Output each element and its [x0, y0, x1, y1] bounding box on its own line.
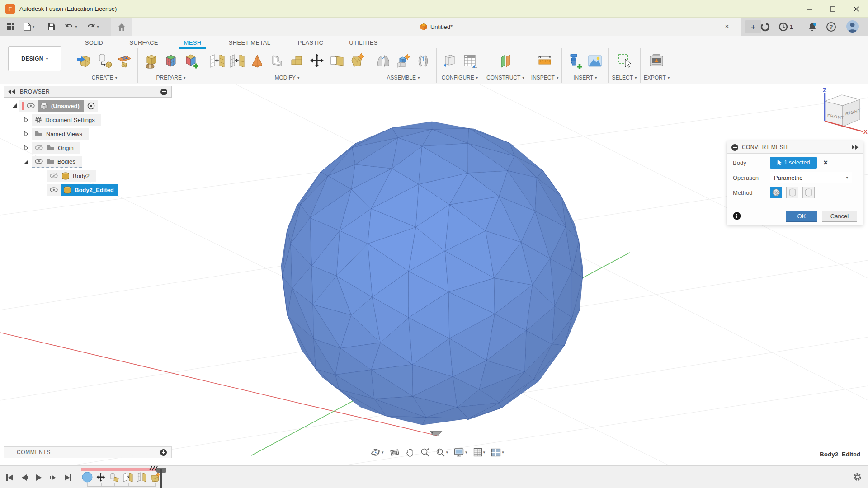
ribbon-group-label-export[interactable]: EXPORT▾ — [644, 75, 670, 81]
configure-button[interactable] — [440, 49, 460, 73]
zoom-window-button[interactable]: ▾ — [435, 447, 449, 458]
collapsed-arrow-icon[interactable] — [24, 117, 28, 122]
look-at-button[interactable] — [389, 447, 401, 457]
paint-mesh-faces-button[interactable] — [161, 49, 181, 73]
tree-row-bodies[interactable]: Bodies — [24, 156, 172, 168]
display-settings-button[interactable]: ▾ — [453, 447, 468, 458]
collapse-panel-icon[interactable] — [8, 89, 15, 94]
selected-body-row[interactable]: Body2_Edited — [61, 184, 118, 196]
smooth-button[interactable] — [267, 49, 287, 73]
tree-row-named-views[interactable]: Named Views — [24, 128, 172, 140]
body-selection-chip[interactable]: 1 selected — [770, 157, 817, 169]
replace-with-primitives-button[interactable] — [327, 49, 347, 73]
move-button[interactable] — [307, 49, 327, 73]
undo-button[interactable]: ▾ — [62, 20, 80, 33]
help-button[interactable]: ? — [826, 21, 836, 33]
visibility-eye-icon[interactable] — [27, 103, 35, 108]
preferences-gear-button[interactable] — [853, 473, 862, 483]
account-avatar[interactable] — [846, 20, 859, 33]
operation-dropdown[interactable]: Parametric ▾ — [770, 172, 852, 183]
insert-fastener-button[interactable] — [565, 49, 585, 73]
joint-button[interactable] — [373, 49, 393, 73]
dialog-collapse-button[interactable] — [731, 144, 738, 151]
mesh-section-sketch-button[interactable] — [114, 49, 134, 73]
viewports-button[interactable]: ▾ — [490, 447, 505, 458]
insert-mesh-button[interactable] — [75, 49, 94, 73]
method-prismatic-button[interactable] — [786, 187, 798, 198]
ok-button[interactable]: OK — [786, 211, 817, 222]
timeline-go-end-button[interactable] — [62, 472, 73, 483]
construct-plane-button[interactable] — [495, 49, 515, 73]
configuration-table-button[interactable] — [460, 49, 480, 73]
timeline-feature-remesh[interactable] — [123, 472, 133, 483]
root-document-selected[interactable]: (Unsaved) — [38, 100, 84, 112]
tree-row-body2[interactable]: Body2 — [47, 170, 172, 182]
visibility-off-eye-icon[interactable] — [50, 173, 58, 179]
cancel-button[interactable]: Cancel — [822, 211, 857, 222]
joint-origin-button[interactable] — [413, 49, 433, 73]
notifications-button[interactable] — [807, 21, 818, 33]
new-component-button[interactable] — [393, 49, 413, 73]
grid-settings-button[interactable]: ▾ — [472, 447, 486, 458]
add-comment-button[interactable] — [160, 449, 167, 456]
export-3d-print-button[interactable] — [646, 49, 666, 73]
tab-surface[interactable]: SURFACE — [127, 38, 161, 48]
tab-solid[interactable]: SOLID — [80, 38, 108, 48]
erase-and-fill-button[interactable] — [247, 49, 267, 73]
remesh-button[interactable] — [208, 49, 227, 73]
home-view-button[interactable] — [111, 18, 132, 36]
ribbon-group-label-prepare[interactable]: PREPARE▾ — [156, 75, 186, 81]
visibility-eye-icon[interactable] — [50, 187, 58, 192]
save-button[interactable] — [45, 20, 57, 33]
tree-row-origin[interactable]: Origin — [24, 142, 172, 154]
timeline-play-button[interactable] — [33, 472, 44, 483]
timeline-step-forward-button[interactable] — [48, 472, 59, 483]
file-menu-button[interactable]: ▾ — [21, 20, 37, 33]
design-workspace-selector[interactable]: DESIGN▾ — [8, 46, 61, 71]
separate-mesh-button[interactable] — [181, 49, 201, 73]
new-tab-button[interactable]: + — [745, 20, 761, 33]
browser-collapse-all-button[interactable] — [160, 89, 167, 95]
timeline-feature-convert-mesh[interactable] — [150, 472, 160, 483]
tree-row-document-settings[interactable]: Document Settings — [24, 114, 172, 126]
document-tab-close-button[interactable]: × — [722, 21, 732, 32]
ribbon-group-label-assemble[interactable]: ASSEMBLE▾ — [387, 75, 420, 81]
collapsed-arrow-icon[interactable] — [24, 131, 28, 136]
ribbon-group-label-configure[interactable]: CONFIGURE▾ — [442, 75, 478, 81]
expanded-arrow-icon[interactable] — [24, 160, 28, 164]
tree-row-body2-edited[interactable]: Body2_Edited — [47, 184, 172, 196]
zoom-button[interactable] — [420, 447, 431, 458]
job-status-button[interactable]: 1 — [778, 21, 793, 33]
visibility-eye-icon[interactable] — [35, 159, 43, 164]
collapsed-arrow-icon[interactable] — [24, 145, 28, 150]
app-grid-button[interactable] — [5, 20, 16, 33]
convert-mesh-button[interactable] — [347, 49, 367, 73]
orbit-button[interactable]: ▾ — [370, 447, 385, 458]
tab-sheet-metal[interactable]: SHEET METAL — [224, 38, 275, 48]
extensions-button[interactable] — [760, 21, 770, 33]
tab-utilities[interactable]: UTILITIES — [343, 38, 384, 48]
clear-selection-button[interactable]: × — [823, 158, 828, 168]
close-button[interactable] — [844, 0, 868, 18]
expanded-arrow-icon[interactable] — [12, 103, 17, 108]
measure-button[interactable] — [535, 49, 555, 73]
timeline-feature-reduce[interactable] — [136, 472, 147, 483]
tab-plastic[interactable]: PLASTIC — [293, 38, 328, 48]
activate-component-radio[interactable] — [87, 102, 95, 110]
ribbon-group-label-select[interactable]: SELECT▾ — [612, 75, 637, 81]
minimize-button[interactable] — [797, 0, 821, 18]
ribbon-group-label-insert[interactable]: INSERT▾ — [573, 75, 597, 81]
ribbon-group-label-construct[interactable]: CONSTRUCT▾ — [486, 75, 524, 81]
timeline-go-start-button[interactable] — [5, 472, 15, 483]
timeline-feature-sphere[interactable] — [82, 472, 93, 483]
method-faceted-button[interactable] — [770, 187, 782, 198]
tab-mesh[interactable]: MESH — [179, 38, 206, 48]
dialog-dock-icon[interactable] — [852, 145, 859, 150]
viewcube[interactable]: Z X FRONT RIGHT — [817, 88, 868, 135]
pan-button[interactable] — [405, 447, 415, 458]
redo-button[interactable]: ▾ — [84, 20, 101, 33]
document-tab[interactable]: Untitled* × — [132, 18, 741, 36]
select-button[interactable] — [614, 49, 634, 73]
reduce-button[interactable] — [227, 49, 247, 73]
timeline-feature-mesh[interactable] — [109, 472, 120, 483]
